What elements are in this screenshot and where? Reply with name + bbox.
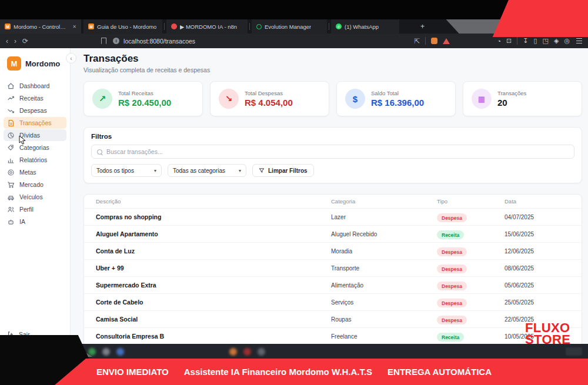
bookmark-icon[interactable] <box>101 38 106 44</box>
toolbar-divider <box>425 37 426 45</box>
cell-data: 04/07/2025 <box>505 214 588 220</box>
download-icon[interactable]: ↧ <box>523 37 528 45</box>
location-icon[interactable]: ◎ <box>564 37 570 45</box>
sidebar-item-ia[interactable]: IA <box>4 216 66 227</box>
card-label: Total Receitas <box>118 90 171 96</box>
site-info-icon[interactable]: i <box>113 38 119 44</box>
back-icon[interactable]: ‹ <box>6 37 8 45</box>
bar-chart-icon <box>7 156 15 164</box>
filter-icon <box>259 168 265 173</box>
reload-icon[interactable]: ⟳ <box>22 37 28 45</box>
cell-categoria: Transporte <box>331 265 437 272</box>
main-content: Transações Visualização completa de rece… <box>71 48 588 344</box>
taskbar-app-icon <box>116 348 124 356</box>
new-tab-button[interactable]: + <box>415 19 430 34</box>
cell-descricao: Aluguel Apartamento <box>96 230 331 237</box>
workspace-icon[interactable]: ⊡ <box>506 37 512 45</box>
sidebar-item-label: Receitas <box>19 95 44 102</box>
page-subtitle: Visualização completa de receitas e desp… <box>83 66 582 73</box>
browser-tab[interactable]: M Guia de Uso - Mordomo <box>83 19 162 34</box>
sidebar-item-label: Perfil <box>19 206 34 213</box>
pip-icon[interactable]: ◳ <box>543 37 549 45</box>
type-badge: Receita <box>437 230 464 239</box>
share-icon[interactable]: ⇱ <box>414 37 420 45</box>
calendar-icon: ▦ <box>472 89 492 109</box>
trending-down-icon: ↘ <box>219 89 239 109</box>
url-text[interactable]: localhost:8080/transacoes <box>123 38 195 45</box>
forward-icon[interactable]: › <box>14 37 16 45</box>
sidebar-item-veiculos[interactable]: Veículos <box>4 191 66 203</box>
type-select[interactable]: Todos os tipos ▾ <box>91 164 162 177</box>
cell-descricao: Conta de Luz <box>96 247 331 255</box>
sidebar-item-perfil[interactable]: Perfil <box>4 203 66 215</box>
search-input[interactable]: Buscar transações... <box>91 145 574 159</box>
brand: M Mordomo <box>0 48 70 78</box>
robot-icon <box>7 218 15 226</box>
evolution-favicon <box>256 24 262 29</box>
cell-data: 05/06/2025 <box>505 282 588 289</box>
card-value: R$ 4.054,00 <box>245 98 293 108</box>
taskbar-app-icon <box>102 348 110 356</box>
browser-tab[interactable]: M Mordomo - Controle Financeiro ✕ <box>0 19 81 34</box>
card-label: Total Despesas <box>245 90 293 96</box>
shield-extension-icon[interactable] <box>431 38 437 44</box>
sidebar-item-dashboard[interactable]: Dashboard <box>4 80 66 92</box>
dollar-icon: $ <box>345 89 365 109</box>
column-header: Tipo <box>437 198 505 205</box>
card-label: Saldo Total <box>371 90 424 96</box>
tab-title: Evolution Manager <box>265 24 311 30</box>
sidebar-item-transacoes[interactable]: Transações <box>4 117 66 129</box>
sidebar-item-label: Mercado <box>19 181 44 188</box>
sidebar-item-label: IA <box>19 218 25 225</box>
taskbar-clock <box>566 347 582 356</box>
search-icon <box>97 149 102 155</box>
cell-data: 12/06/2025 <box>505 248 588 255</box>
sidebar-collapse-button[interactable]: ‹ <box>66 53 76 63</box>
sidebar-item-mercado[interactable]: Mercado <box>4 179 66 190</box>
search-placeholder: Buscar transações... <box>106 148 163 155</box>
sidebar-item-label: Metas <box>19 169 36 176</box>
cell-descricao: Supermercado Extra <box>96 282 331 289</box>
sidebar-item-receitas[interactable]: Receitas <box>4 92 66 104</box>
sidebar-item-categorias[interactable]: Categorias <box>4 142 66 153</box>
sidebar-item-despesas[interactable]: Despesas <box>4 105 66 116</box>
sidebar-item-label: Veículos <box>19 193 43 200</box>
table-row: Conta de Luz Moradia Despesa 12/06/2025 … <box>84 242 582 259</box>
chevron-down-icon: ▾ <box>154 168 156 173</box>
card-total-despesas: ↘ Total Despesas R$ 4.054,00 <box>210 81 329 116</box>
tab-title: Guia de Uso - Mordomo <box>97 24 156 30</box>
extensions-icon[interactable]: ◈ <box>554 37 559 45</box>
split-view-icon[interactable]: ▯ <box>533 37 537 45</box>
browser-tab[interactable]: ✆ (1) WhatsApp <box>331 19 399 34</box>
category-select[interactable]: Todas as categorias ▾ <box>168 164 246 177</box>
transactions-table: Descrição Categoria Tipo Data Valor Comp… <box>83 194 582 344</box>
pie-chart-icon <box>7 132 15 139</box>
tab-divider <box>164 23 165 30</box>
sidebar-item-dividas[interactable]: Dívidas <box>4 129 66 141</box>
cell-data: 15/06/2025 <box>505 231 588 237</box>
card-saldo-total: $ Saldo Total R$ 16.396,00 <box>336 81 456 116</box>
tag-icon <box>7 144 15 152</box>
tab-title: Mordomo - Controle Financeiro <box>14 24 67 30</box>
warning-extension-icon[interactable] <box>443 38 450 44</box>
clear-filters-label: Limpar Filtros <box>268 168 308 174</box>
taskbar-app-icon <box>258 348 265 356</box>
browser-tab[interactable]: Evolution Manager <box>252 19 327 34</box>
page-title: Transações <box>83 53 582 65</box>
cell-categoria: Freelance <box>331 333 437 340</box>
tab-divider <box>249 23 250 30</box>
close-tab-icon[interactable]: ✕ <box>72 24 76 29</box>
card-total-receitas: ↗ Total Receitas R$ 20.450,00 <box>83 81 203 116</box>
users-icon <box>7 206 15 213</box>
chat-icon[interactable]: ◔ <box>497 38 501 45</box>
sidebar-item-relatorios[interactable]: Relatórios <box>4 154 66 166</box>
clear-filters-button[interactable]: Limpar Filtros <box>252 164 314 177</box>
cell-data: 25/05/2025 <box>505 299 588 306</box>
browser-tab[interactable]: ▶ MORDOMO IA - n8n <box>166 19 248 34</box>
table-row: Uber + 99 Transporte Despesa 08/06/2025 … <box>84 259 582 276</box>
sidebar-item-metas[interactable]: Metas <box>4 166 66 178</box>
menu-icon[interactable] <box>576 41 582 42</box>
window-top-strip <box>0 0 588 19</box>
mordomo-favicon: M <box>88 24 94 29</box>
home-icon <box>7 82 15 90</box>
